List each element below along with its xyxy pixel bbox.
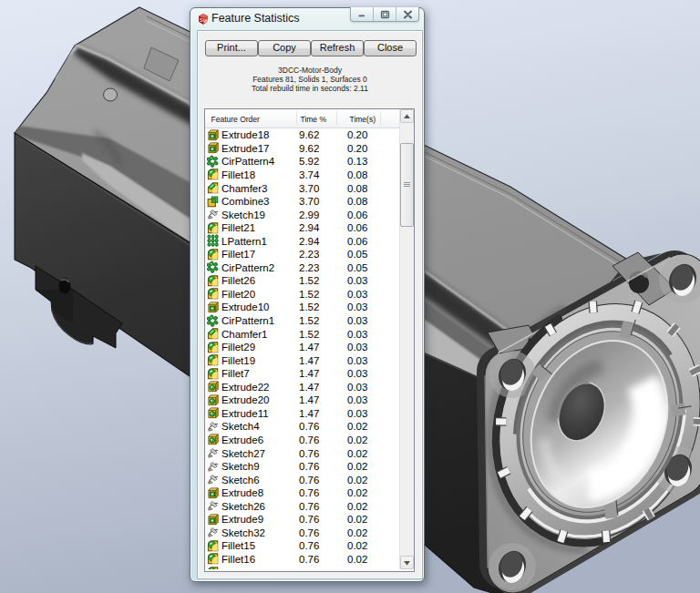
svg-text:W: W	[203, 18, 209, 24]
